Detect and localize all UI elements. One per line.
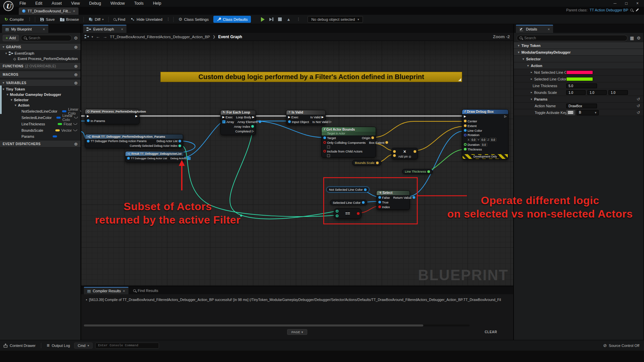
reset-icon[interactable]: ↺ bbox=[637, 110, 640, 115]
clear-button[interactable]: CLEAR bbox=[485, 329, 497, 335]
save-button[interactable]: Save bbox=[37, 15, 57, 24]
menu-tools[interactable]: Tools bbox=[134, 1, 144, 6]
node-multiply[interactable]: × Add pin ◎ bbox=[391, 148, 418, 159]
exec-in-pin[interactable]: ▶ bbox=[464, 115, 466, 118]
class-settings-button[interactable]: ⚙ Class Settings bbox=[176, 15, 211, 24]
add-pin-button[interactable]: Add pin ◎ bbox=[392, 155, 418, 158]
play-options-icon[interactable]: ⋮ bbox=[295, 17, 302, 21]
color-out-pin[interactable] bbox=[364, 188, 367, 191]
node-equals[interactable]: == bbox=[334, 208, 362, 219]
console-command-input[interactable] bbox=[95, 343, 159, 349]
close-button[interactable]: × bbox=[636, 1, 639, 6]
menu-help[interactable]: Help bbox=[153, 1, 161, 6]
my-blueprint-search-input[interactable] bbox=[29, 36, 69, 40]
section-variables[interactable]: ▾ VARIABLES ⊕ bbox=[0, 79, 80, 86]
tab-my-blueprint[interactable]: ▤ My Blueprint × bbox=[2, 25, 48, 33]
loop-body-pin[interactable]: ▶ bbox=[252, 116, 255, 119]
variable-row[interactable]: SelectedLineColor Linear Colo bbox=[0, 114, 80, 121]
true-pin[interactable] bbox=[378, 201, 381, 203]
details-row-not-selected-line-color[interactable]: ▾ Not Selected Line Color bbox=[514, 69, 643, 76]
node-is-valid[interactable]: ?Is Valid ▶ExecIs Valid▶ Input ObjectIs … bbox=[286, 110, 326, 125]
breadcrumb-leaf[interactable]: Event Graph bbox=[218, 35, 242, 39]
bounds-scale-x-field[interactable]: 1.0 bbox=[566, 90, 586, 95]
asset-tab[interactable]: TT_DrawBoxAround_Filt... × bbox=[19, 7, 78, 15]
getter-not-selected-line-color[interactable]: Not Selected Line Color bbox=[326, 187, 369, 192]
menu-view[interactable]: View bbox=[71, 1, 80, 6]
rotation-pin[interactable] bbox=[464, 134, 467, 136]
node-draw-debug-box[interactable]: fDraw Debug Box ▶▷ Center Extent Line Co… bbox=[462, 109, 508, 160]
details-category-selector[interactable]: ▾Selector bbox=[514, 56, 643, 62]
node-for-each-loop[interactable]: ↻For Each Loop ▶ExecLoop Body▶ ArrayArra… bbox=[220, 110, 256, 135]
getter-selected-line-color[interactable]: Selected Line Color bbox=[330, 200, 367, 205]
tree-item-eventgraph[interactable]: ▾ EventGraph bbox=[0, 51, 80, 56]
input-object-pin[interactable] bbox=[288, 120, 291, 123]
parent-class-link[interactable]: TT Action Debugger BP bbox=[590, 8, 628, 12]
section-functions[interactable]: FUNCTIONS (2 OVERRIDABLE) ⊕ bbox=[0, 62, 80, 70]
close-icon[interactable]: × bbox=[73, 9, 75, 13]
eye-closed-icon[interactable] bbox=[73, 129, 77, 131]
compile-options-icon[interactable]: ⋮ bbox=[26, 17, 33, 21]
exec-out-pin[interactable]: ▷ bbox=[504, 115, 506, 118]
forward-icon[interactable]: → bbox=[103, 34, 107, 39]
my-blueprint-search[interactable] bbox=[21, 35, 72, 41]
menu-edit[interactable]: Edit bbox=[35, 1, 42, 6]
exec-in-pin[interactable]: ▶ bbox=[87, 115, 89, 118]
target-pin[interactable] bbox=[323, 136, 326, 139]
is-not-valid-pin[interactable]: ▷ bbox=[329, 120, 332, 123]
variable-row[interactable]: Params bbox=[0, 133, 80, 139]
is-valid-pin[interactable]: ▶ bbox=[321, 116, 324, 119]
menu-file[interactable]: File bbox=[19, 1, 26, 6]
minimize-button[interactable]: ─ bbox=[613, 1, 616, 6]
bounds-scale-z-field[interactable]: 1.0 bbox=[608, 90, 628, 95]
eye-closed-icon[interactable] bbox=[74, 117, 78, 118]
struct-in-pin[interactable] bbox=[127, 157, 130, 160]
details-row-selected-line-color[interactable]: ▾ Selected Line Color bbox=[514, 76, 643, 82]
cmd-dropdown[interactable]: Cmd▾ bbox=[74, 343, 93, 349]
tab-compiler-results[interactable]: ▤ Compiler Results × bbox=[84, 287, 128, 294]
breadcrumb-root[interactable]: TT_DrawBoxAround_FilteredActors_Debugger… bbox=[110, 35, 210, 39]
eye-closed-icon[interactable] bbox=[73, 123, 77, 125]
exec-out-pin[interactable]: ▶ bbox=[135, 115, 138, 118]
array-index-pin[interactable] bbox=[251, 125, 254, 128]
origin-pin[interactable] bbox=[371, 136, 374, 139]
section-graphs[interactable]: ▾ GRAPHS ⊕ bbox=[0, 43, 80, 51]
toggle-key-dropdown[interactable]: B▾ bbox=[577, 110, 599, 115]
add-function-icon[interactable]: ⊕ bbox=[74, 64, 78, 69]
extent-pin[interactable] bbox=[464, 124, 467, 127]
color-swatch-selected[interactable] bbox=[566, 77, 593, 81]
node-get-actor-bounds[interactable]: fGet Actor Bounds Target is Actor Target… bbox=[321, 127, 376, 158]
left-edge-scrollbar[interactable] bbox=[0, 85, 2, 114]
node-select[interactable]: ⇉Select FalseReturn Value True Index bbox=[376, 190, 410, 210]
blueprint-canvas[interactable]: ▾ ← → TT_DrawBoxAround_FilteredActors_De… bbox=[81, 33, 513, 286]
debug-object-dropdown[interactable]: No debug object selected ▾ bbox=[308, 16, 363, 23]
close-icon[interactable]: × bbox=[43, 27, 45, 31]
completed-pin[interactable]: ▷ bbox=[252, 130, 254, 133]
only-colliding-pin[interactable] bbox=[323, 141, 326, 144]
play-button[interactable] bbox=[261, 17, 265, 22]
vector-out-pin[interactable] bbox=[376, 162, 379, 164]
menu-window[interactable]: Window bbox=[110, 1, 125, 6]
section-event-dispatchers[interactable]: EVENT DISPATCHERS ⊕ bbox=[0, 140, 80, 147]
tab-details[interactable]: Details × bbox=[516, 25, 553, 33]
section-macros[interactable]: MACROS ⊕ bbox=[0, 71, 80, 78]
variable-row[interactable]: BoundsScale Vector bbox=[0, 127, 80, 133]
checkbox[interactable] bbox=[327, 154, 330, 157]
unreal-logo-icon[interactable]: U bbox=[3, 1, 13, 11]
category-tiny-token[interactable]: ▾Tiny Token bbox=[0, 86, 80, 92]
return-value-pin[interactable] bbox=[413, 196, 415, 199]
diff-button[interactable]: Diff ▾ bbox=[86, 15, 106, 24]
float-out-pin[interactable] bbox=[427, 170, 430, 173]
output-log-button[interactable]: ≣ Output Log bbox=[43, 343, 73, 348]
bounds-scale-y-field[interactable]: 1.0 bbox=[587, 90, 607, 95]
close-icon[interactable]: × bbox=[548, 27, 550, 31]
close-icon[interactable]: × bbox=[123, 289, 125, 293]
maximize-button[interactable]: □ bbox=[625, 1, 628, 6]
struct-in-pin[interactable] bbox=[87, 140, 90, 142]
debug-actor-list-pin[interactable] bbox=[178, 140, 181, 142]
page-button[interactable]: PAGE▾ bbox=[287, 329, 307, 335]
exec-in-pin[interactable]: ▶ bbox=[222, 116, 225, 119]
rotation-y-field[interactable]: 0.0 bbox=[480, 138, 487, 141]
menu-asset[interactable]: Asset bbox=[52, 1, 62, 6]
details-row-params[interactable]: ▾ Params ↺ bbox=[514, 96, 643, 103]
tab-event-graph[interactable]: Event Graph × bbox=[83, 25, 126, 33]
